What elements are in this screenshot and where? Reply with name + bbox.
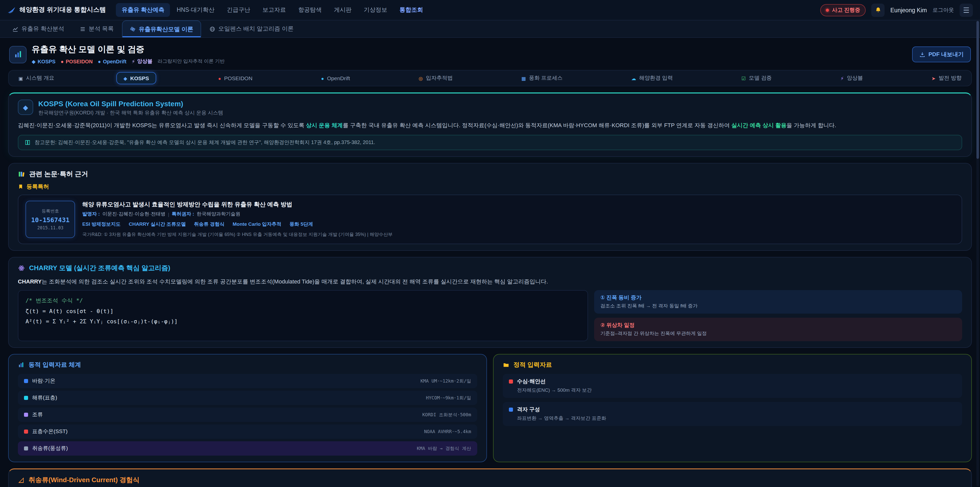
diamond-icon: ◆ xyxy=(124,75,127,81)
scrollbar-thumb[interactable] xyxy=(977,21,979,159)
patent-section-title: 관련 논문·특허 근거 xyxy=(18,169,962,179)
dot-icon: ● xyxy=(98,59,101,64)
section-nav-opendrift[interactable]: ●OpenDrift xyxy=(314,72,356,84)
patent-section: 관련 논문·특허 근거 등록특허 등록번호 10-1567431 2015.11… xyxy=(8,163,972,251)
charry-formula-block: /* 변조조석 수식 */ ζ(t) = A(t) cos[σt - θ(t)]… xyxy=(18,291,588,342)
patent-tag-weathering[interactable]: 풍화 5단계 xyxy=(290,221,313,228)
input-row-current[interactable]: 해류(표층) HYCOM·~9km·1회/일 xyxy=(18,391,477,405)
static-item-bathymetry[interactable]: 수심·해안선 전자해도(ENC) → 500m 격자 보간 xyxy=(503,374,962,398)
charry-section: CHARRY 모델 (실시간 조류예측 핵심 알고리즘) CHARRY는 조화분… xyxy=(8,257,972,348)
target-icon: ◎ xyxy=(418,75,423,81)
thermometer-icon xyxy=(24,430,28,434)
incident-dot-icon xyxy=(826,8,829,11)
static-item-grid[interactable]: 격자 구성 좌표변환 → 영역추출 → 격자보간 표준화 xyxy=(503,402,962,426)
patent-tag-esi[interactable]: ESI 방제정보지도 xyxy=(83,221,121,228)
tide-icon xyxy=(24,413,28,417)
tab-oilfence-theory[interactable]: 오일펜스 배치 알고리즘 이론 xyxy=(202,21,301,37)
sub-tabbar: 유출유 확산분석 분석 목록 유출유확산모델 이론 오일펜스 배치 알고리즘 이… xyxy=(0,21,980,38)
books-icon xyxy=(18,171,25,178)
app-root: 해양환경 위기대응 통합시스템 유출유 확산예측 HNS·대기확산 긴급구난 보… xyxy=(0,0,980,487)
atom-icon xyxy=(18,265,25,272)
app-logo[interactable]: 해양환경 위기대응 통합시스템 xyxy=(7,6,106,14)
patent-tag-montecarlo[interactable]: Monte Carlo 입자추적 xyxy=(233,221,282,228)
folder-icon xyxy=(503,362,509,369)
tab-analysis-list[interactable]: 분석 목록 xyxy=(72,21,121,37)
logout-link[interactable]: 로그아웃 xyxy=(932,6,954,14)
section-nav-overview[interactable]: ▣시스템 개요 xyxy=(12,72,61,84)
bolt-icon: ⚡ xyxy=(840,75,844,81)
pdf-export-label: PDF 내보내기 xyxy=(928,51,964,58)
pdf-export-button[interactable]: PDF 내보내기 xyxy=(912,46,971,62)
patent-tag-wdc[interactable]: 취송류 경험식 xyxy=(194,221,224,228)
dot-icon: ● xyxy=(321,75,324,81)
charry-title: CHARRY 모델 (실시간 조류예측 핵심 알고리즘) xyxy=(18,263,962,273)
page-header: 유출유 확산 모델 이론 및 검증 ◆KOSPS ●POSEIDON ●Open… xyxy=(9,44,971,65)
page-icon-box xyxy=(9,46,27,63)
diamond-icon: ◆ xyxy=(32,59,35,64)
dynamic-inputs-card: 동적 입력자료 체계 바람·기온 KMA UM·~12km·2회/일 해류(표층… xyxy=(8,354,487,463)
section-nav-validation[interactable]: ☑모델 검증 xyxy=(735,72,778,84)
modulated-tide-formula-1: ζ(t) = A(t) cos[σt - θ(t)] xyxy=(25,306,580,317)
monitor-icon: ▣ xyxy=(18,75,23,81)
badge-note: 라그랑지안 입자추적 이론 기반 xyxy=(158,58,225,65)
kosps-section: ◆ KOSPS (Korea Oil Spill Prediction Syst… xyxy=(8,93,972,157)
pin-icon xyxy=(509,380,513,384)
page-scrollbar[interactable] xyxy=(977,21,979,486)
patent-card: 등록번호 10-1567431 2015.11.03 해양 유류오염사고 발생시… xyxy=(18,195,962,244)
page-title: 유출유 확산 모델 이론 및 검증 xyxy=(32,44,224,55)
section-nav-future[interactable]: ➤발전 방향 xyxy=(925,72,968,84)
incident-status-label: 사고 진행중 xyxy=(832,6,860,14)
rocket-icon: ➤ xyxy=(932,75,935,81)
menu-button[interactable]: ☰ xyxy=(959,3,973,17)
section-nav-particle-tracking[interactable]: ◎입자추적법 xyxy=(412,72,460,84)
tab-label: 유출유확산모델 이론 xyxy=(139,25,193,33)
input-row-wind[interactable]: 바람·기온 KMA UM·~12km·2회/일 xyxy=(18,374,477,388)
static-inputs-title: 정적 입력자료 xyxy=(503,361,962,369)
inputs-row: 동적 입력자료 체계 바람·기온 KMA UM·~12km·2회/일 해류(표층… xyxy=(8,354,972,463)
input-row-sst[interactable]: 표층수온(SST) NOAA AVHRR·~5.4km xyxy=(18,425,477,439)
nav-item-hns-dispersion[interactable]: HNS·대기확산 xyxy=(171,3,220,17)
tab-spill-model-theory[interactable]: 유출유확산모델 이론 xyxy=(122,21,201,37)
nav-item-aerial-search[interactable]: 항공탐색 xyxy=(293,3,328,17)
nav-item-board[interactable]: 게시판 xyxy=(328,3,357,17)
section-nav-poseidon[interactable]: ●POSEIDON xyxy=(212,72,259,84)
patent-date: 2015.11.03 xyxy=(37,225,63,230)
wind-icon xyxy=(24,379,28,383)
tab-spill-analysis[interactable]: 유출유 확산분석 xyxy=(5,21,71,37)
kosps-title: KOSPS (Korea Oil Spill Prediction System… xyxy=(38,100,223,108)
dot-icon: ● xyxy=(60,59,64,64)
patent-meta: 발명자 : 이문진·김혜진·이승현·전태병 | 특허권자 : 한국해양과학기술원 xyxy=(83,211,393,217)
book-icon xyxy=(24,139,30,145)
static-inputs-card: 정적 입력자료 수심·해안선 전자해도(ENC) → 500m 격자 보간 격자… xyxy=(493,354,972,463)
nav-item-spill-forecast[interactable]: 유출유 확산예측 xyxy=(116,3,170,17)
list-icon xyxy=(80,26,86,32)
modulated-tide-formula-2: A²(t) = Σ Yᵢ² + 2Σ YᵢYⱼ cos[(σᵢ-σⱼ)t-(φᵢ… xyxy=(25,317,580,327)
incident-status-badge[interactable]: 사고 진행중 xyxy=(820,4,866,16)
kosps-reference: 참고문헌: 김혜진·이문진·오세웅·강준묵, "유출유 확산 예측 모델의 상시… xyxy=(35,139,375,146)
nav-item-emergency-rescue[interactable]: 긴급구난 xyxy=(221,3,256,17)
nav-item-integrated-search[interactable]: 통합조회 xyxy=(394,3,429,17)
dynamic-inputs-title: 동적 입력자료 체계 xyxy=(18,361,477,369)
highlight-realtime: 실시간 예측 상시 활용 xyxy=(732,122,787,128)
wave-icon xyxy=(24,396,28,400)
badge-kosps: ◆KOSPS xyxy=(32,59,56,64)
main-content: 유출유 확산 모델 이론 및 검증 ◆KOSPS ●POSEIDON ●Open… xyxy=(0,38,980,487)
section-nav-kosps[interactable]: ◆KOSPS xyxy=(116,72,156,84)
section-nav-ocean-input[interactable]: ☁해양환경 입력 xyxy=(625,72,679,84)
nav-item-reports[interactable]: 보고자료 xyxy=(257,3,292,17)
section-nav-ensemble[interactable]: ⚡앙상블 xyxy=(834,72,870,84)
notification-bell-button[interactable] xyxy=(872,3,885,17)
highlight-always-on: 상시 운용 체계 xyxy=(306,122,343,128)
kosps-reference-box: 참고문헌: 김혜진·이문진·오세웅·강준묵, "유출유 확산 예측 모델의 상시… xyxy=(18,135,962,150)
patent-title: 해양 유류오염사고 발생시 효율적인 방제방안 수립을 위한 유출유 확산 예측… xyxy=(83,201,393,208)
nav-item-weather-info[interactable]: 기상정보 xyxy=(358,3,393,17)
section-nav-weathering[interactable]: ▦풍화 프로세스 xyxy=(515,72,570,84)
ruler-icon xyxy=(18,477,24,484)
kosps-diamond-icon: ◆ xyxy=(18,100,33,115)
model-badge-row: ◆KOSPS ●POSEIDON ●OpenDrift ⚡앙상블 라그랑지안 입… xyxy=(32,58,224,65)
patent-tag-charry[interactable]: CHARRY 실시간 조류모델 xyxy=(129,221,186,228)
input-row-tide[interactable]: 조류 KORDI 조화분석·500m xyxy=(18,408,477,422)
navbar-right: 사고 진행중 Eunjeong Kim 로그아웃 ☰ xyxy=(820,3,973,17)
input-row-wind-driven[interactable]: 취송류(풍성류) KMA 바람 → 경험식 계산 xyxy=(18,442,477,456)
app-title: 해양환경 위기대응 통합시스템 xyxy=(19,6,106,14)
